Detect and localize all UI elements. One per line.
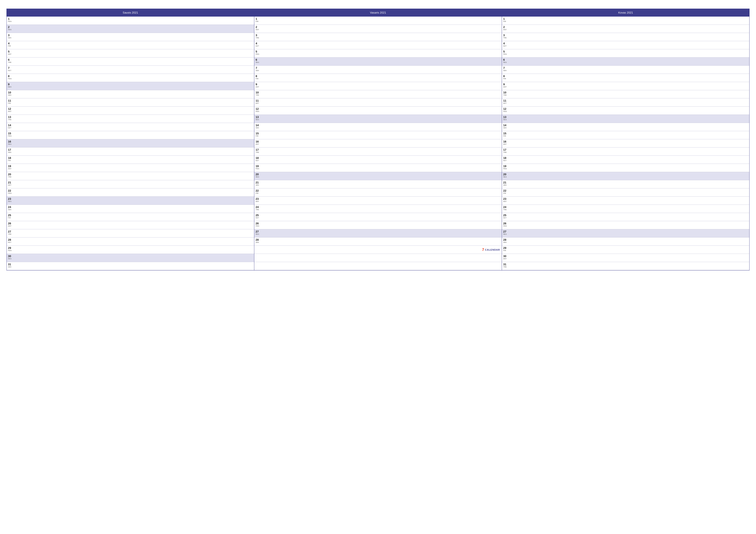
day-abbr: SEK (503, 70, 509, 72)
day-number-wrap: 27ŠES (256, 230, 262, 235)
day-number-wrap: 18PIR (8, 156, 14, 162)
day-number: 18 (503, 156, 509, 160)
day-number: 10 (503, 91, 509, 94)
day-number: 5 (503, 50, 509, 53)
day-row: 15PIR (254, 131, 502, 139)
day-number-wrap: 3TRE (503, 34, 509, 39)
day-row: 19ANT (7, 164, 254, 172)
day-number: 16 (503, 140, 509, 143)
day-number-wrap: 16ŠES (8, 140, 14, 145)
day-row: 19PEN (502, 164, 749, 172)
day-row: 30ANT (502, 254, 749, 262)
day-row: 17SEK (7, 147, 254, 156)
day-number: 9 (8, 83, 14, 86)
day-abbr: ŠES (256, 62, 262, 64)
day-row: 4PIR (7, 41, 254, 49)
day-abbr: PIR (8, 160, 14, 162)
day-abbr: PEN (503, 168, 509, 170)
day-number-wrap: 28SEK (256, 238, 262, 243)
day-abbr: TRE (503, 37, 509, 39)
day-number: 16 (8, 140, 14, 143)
day-number: 2 (8, 25, 14, 29)
day-abbr: TRE (256, 152, 262, 154)
day-row: 29PEN (7, 246, 254, 254)
day-number-wrap: 31TRE (503, 263, 509, 268)
day-row: 8PIR (502, 74, 749, 82)
day-abbr: PIR (8, 103, 14, 104)
day-row: 14SEK (254, 123, 502, 131)
day-number: 14 (503, 124, 509, 127)
day-row: 7KET (7, 66, 254, 74)
day-abbr: SEK (256, 70, 262, 72)
day-number: 27 (8, 230, 14, 233)
day-abbr: TRE (256, 94, 262, 96)
day-number: 21 (8, 181, 14, 184)
day-abbr: ANT (503, 86, 509, 88)
day-number-wrap: 22PIR (256, 189, 262, 194)
day-row: 5PEN (254, 49, 502, 58)
day-number: 23 (503, 197, 509, 201)
day-row: 8PIR (254, 74, 502, 82)
day-number: 18 (256, 156, 262, 160)
day-number: 31 (8, 263, 14, 266)
day-row: 17TRE (502, 147, 749, 156)
day-number-wrap: 19PEN (503, 165, 509, 170)
day-abbr: ŠES (8, 29, 14, 31)
day-number: 30 (8, 255, 14, 258)
day-number: 12 (8, 107, 14, 111)
day-number-wrap: 10SEK (8, 91, 14, 96)
day-number: 10 (256, 91, 262, 94)
day-abbr: KET (503, 103, 509, 104)
day-number: 4 (8, 42, 14, 45)
day-abbr: SEK (8, 209, 14, 211)
day-number-wrap: 2ŠES (8, 25, 14, 31)
month-header-march: Kovas 2021 (502, 9, 749, 16)
day-row: 23ANT (502, 196, 749, 205)
day-row: 20TRE (7, 172, 254, 180)
day-abbr: TRE (503, 266, 509, 268)
day-row: 13ŠES (254, 115, 502, 123)
day-number: 9 (256, 83, 262, 86)
day-number-wrap: 13TRE (8, 115, 14, 120)
day-abbr: KET (256, 160, 262, 162)
day-row: 7SEK (502, 66, 749, 74)
day-number: 26 (256, 222, 262, 225)
day-number: 19 (503, 165, 509, 168)
day-number-wrap: 15PIR (256, 132, 262, 137)
day-number-wrap: 30ANT (503, 255, 509, 260)
day-number-wrap: 23ANT (256, 197, 262, 202)
day-number: 26 (503, 222, 509, 225)
day-number: 27 (503, 230, 509, 233)
day-row: 6ŠES (254, 58, 502, 66)
day-row: 27TRE (7, 229, 254, 238)
day-number-wrap: 12PEN (256, 107, 262, 113)
day-number-wrap: 13ŠES (256, 115, 262, 120)
day-row: 26ANT (7, 221, 254, 229)
day-abbr: ANT (503, 258, 509, 260)
day-row: 3TRE (502, 33, 749, 41)
day-number-wrap: 1PIR (256, 17, 262, 22)
day-number: 25 (256, 214, 262, 217)
day-number: 25 (8, 214, 14, 217)
day-number-wrap: 26PEN (256, 222, 262, 227)
day-abbr: ANT (503, 201, 509, 203)
day-number: 14 (8, 124, 14, 127)
day-number-wrap: 11PIR (8, 99, 14, 104)
day-number: 20 (256, 173, 262, 176)
day-number-wrap: 2ANT (256, 25, 262, 31)
day-number: 20 (503, 173, 509, 176)
day-number-wrap: 7SEK (256, 66, 262, 71)
day-abbr: ŠES (256, 119, 262, 121)
day-number-wrap: 8PIR (503, 74, 509, 80)
day-number: 21 (256, 181, 262, 184)
day-abbr: ŠES (8, 86, 14, 88)
day-number-wrap: 10TRE (256, 91, 262, 96)
day-row: 18KET (254, 156, 502, 164)
day-abbr: PEN (8, 250, 14, 252)
day-row-empty (254, 262, 502, 270)
day-number: 23 (8, 197, 14, 201)
day-number-wrap: 9ANT (256, 83, 262, 88)
day-number-wrap: 4PIR (8, 42, 14, 47)
day-abbr: ŠES (256, 176, 262, 178)
day-number-wrap: 18KET (503, 156, 509, 162)
